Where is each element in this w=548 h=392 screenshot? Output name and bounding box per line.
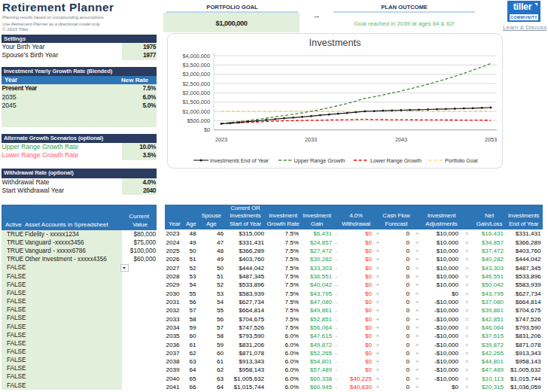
svg-text:$1,000,000: $1,000,000 [182, 108, 210, 115]
svg-text:2023: 2023 [215, 136, 227, 143]
svg-text:2053: 2053 [485, 136, 497, 143]
svg-text:$2,000,000: $2,000,000 [182, 90, 210, 96]
svg-text:2043: 2043 [395, 136, 407, 143]
svg-text:$0: $0 [204, 126, 210, 133]
svg-text:Investments: Investments [309, 37, 361, 48]
svg-text:$2,500,000: $2,500,000 [182, 81, 210, 87]
svg-text:Portfolio Goal: Portfolio Goal [445, 157, 478, 164]
svg-text:Lower Range Growth: Lower Range Growth [370, 157, 422, 164]
svg-text:2033: 2033 [305, 136, 317, 143]
svg-text:$4,000,000: $4,000,000 [182, 53, 210, 59]
svg-text:Upper Range Growth: Upper Range Growth [294, 157, 346, 164]
svg-text:$1,500,000: $1,500,000 [182, 99, 210, 105]
svg-text:$3,000,000: $3,000,000 [182, 71, 210, 77]
svg-text:Investments End of Year: Investments End of Year [210, 157, 269, 164]
svg-text:$500,000: $500,000 [187, 117, 210, 124]
svg-text:$3,500,000: $3,500,000 [182, 62, 210, 68]
